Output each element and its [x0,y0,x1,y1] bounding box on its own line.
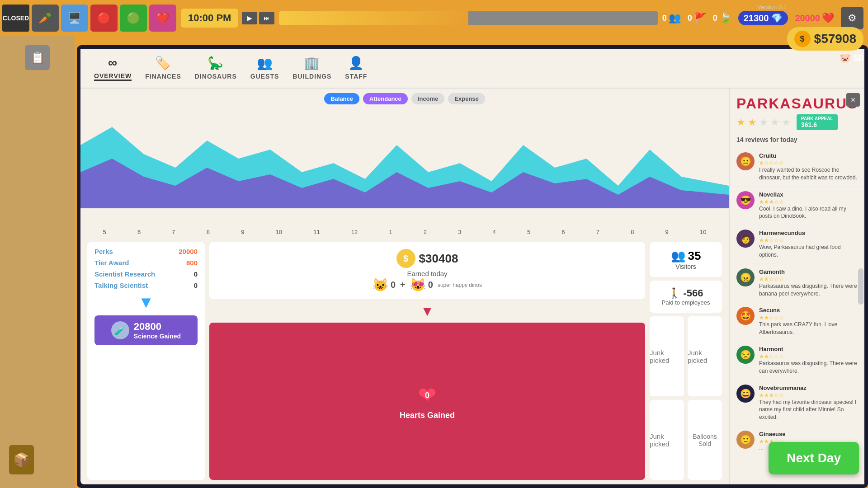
earned-amount: $ $30408 [396,249,458,268]
sidebar-btn-1[interactable]: 📋 [25,45,50,70]
avatar: 😎 [736,191,755,209]
review-text: Parkasaurus was disgusting. There were c… [759,360,858,375]
tab-buildings[interactable]: 🏢 BUILDINGS [292,56,331,81]
tab-staff[interactable]: 👤 STAFF [345,56,367,81]
left-sidebar: 📋 [0,36,75,488]
flag-icon: 🚩 [694,12,706,24]
content-area: Balance Attendance Income Expense [80,89,864,484]
progress-bar-container [279,11,657,25]
dinos-row: 😺 0 + 😻 0 super happy dinos [373,277,482,292]
avatar: 🤩 [736,307,755,325]
filter-balance[interactable]: Balance [324,93,359,104]
chart-filters: Balance Attendance Income Expense [80,89,729,109]
left-panel: Balance Attendance Income Expense [80,89,729,484]
filter-attendance[interactable]: Attendance [363,93,408,104]
toolbar-icon-monitor[interactable]: 🖥️ [61,5,88,32]
junk-card-3: Junk picked [650,400,684,480]
toolbar-icon-red[interactable]: 🔴 [90,5,118,32]
stats-section: Perks 20000 Tier Award 800 Scientist Res… [80,238,729,484]
middle-stats: $ $30408 Earned today 😺 0 + [205,242,650,480]
money-display: $ $57908 🐷 $0 [787,27,863,63]
settings-button[interactable]: ⚙ [841,7,863,29]
star-3: ★ [759,117,768,128]
play-controls: ▶ ⏭ [242,12,274,24]
stars-row: ★ ★ ★ ★ ★ PARK APPEAL 361.6 [730,114,864,134]
top-bar: CLOSED 🥕 🖥️ 🔴 🟢 ❤️ 10:00 PM ▶ ⏭ 0 👥 0 🚩 … [0,0,868,36]
review-item: 🤩 Secuns ★★☆☆☆ This park was CRAZY fun. … [730,302,864,341]
people-counter: 0 👥 [662,12,681,24]
play-button[interactable]: ▶ [242,12,257,24]
filter-income[interactable]: Income [411,93,445,104]
filter-expense[interactable]: Expense [448,93,485,104]
leaves-counter: 0 🍃 [713,12,731,24]
review-text: Parkasaurus was disgusting. There were b… [759,282,858,298]
reviewer-name: Novebrummanaz [759,385,858,391]
junk-card-1: Junk picked [650,316,684,396]
right-panel: × PARKASAURUS ★ ★ ★ ★ ★ PARK APPEAL 361.… [729,89,864,484]
reviews-list[interactable]: 😐 Cruitu ★☆☆☆☆ I really wanted to see Ro… [730,148,864,484]
visitors-card: 👥 35 Visitors [650,242,722,277]
bottom-left-icon[interactable]: 📦 [9,445,34,474]
review-item: 😎 Noveilax ★★★☆☆ Cool, I saw a dino. I a… [730,187,864,225]
avatar: 😠 [736,268,755,286]
scroll-indicator[interactable] [858,268,863,305]
guests-icon: 👥 [257,56,273,70]
dollar-icon: $ [396,249,415,268]
tab-dinosaurs[interactable]: 🦕 DINOSAURS [195,56,237,81]
star-1: ★ [736,117,745,128]
review-stars: ★★★☆☆ [759,199,858,205]
pink-money: 🐷 $0 [840,52,863,63]
reviewer-name: Noveilax [759,191,858,198]
avatar: 😄 [736,385,755,403]
reviewer-name: Ginaeuse [759,431,858,437]
visitors-count: 👥 35 [656,249,715,263]
next-day-button[interactable]: Next Day [769,442,859,474]
perk-row-perks: Perks 20000 [94,248,198,255]
junk-card-2: Junk picked [688,316,722,396]
review-item: 😐 Cruitu ★☆☆☆☆ I really wanted to see Ro… [730,148,864,187]
leaf-icon: 🍃 [719,12,731,24]
employees-card: 🚶 -566 Paid to employees [650,281,722,313]
tab-guests[interactable]: 👥 GUESTS [250,56,279,81]
flags-counter: 0 🚩 [688,12,706,24]
reviewer-name: Secuns [759,307,858,314]
avatar: 🧑 [736,230,755,248]
top-counters: 0 👥 0 🚩 0 🍃 21300 💎 20000 ❤️ ⚙ [662,7,863,29]
toolbar-icon-basket[interactable]: 🥕 [32,5,59,32]
diamond-icon: 💎 [771,13,783,23]
people-icon: 👥 [669,12,681,24]
review-stars: ★★☆☆☆ [759,353,858,360]
star-2: ★ [748,117,757,128]
review-text: Wow, Parkasaurus had great food options. [759,244,858,259]
review-item: 🧑 Harmenecundus ★★☆☆☆ Wow, Parkasaurus h… [730,225,864,264]
buildings-icon: 🏢 [304,56,320,70]
diamonds-counter: 21300 💎 [738,11,788,25]
arrow-down-red: ▼ [209,304,645,319]
close-button[interactable]: × [846,93,860,107]
chart-svg [80,109,729,226]
tab-finances[interactable]: 🏷️ FINANCES [145,56,181,81]
toolbar-icons: 🥕 🖥️ 🔴 🟢 ❤️ [32,5,176,32]
chart-area [80,109,729,226]
toolbar-icon-heart[interactable]: ❤️ [149,5,176,32]
toolbar-icon-green[interactable]: 🟢 [120,5,147,32]
main-modal: ∞ OVERVIEW 🏷️ FINANCES 🦕 DINOSAURS 👥 GUE… [77,45,868,488]
junk-grid: Junk picked Junk picked Junk picked Ball… [650,316,722,480]
review-text: They had my favorite dinosaur species! I… [759,399,858,421]
avatar: 😒 [736,346,755,364]
overview-icon: ∞ [108,56,118,70]
perk-row-talking: Talking Scientist 0 [94,282,198,289]
review-item: 😄 Novebrummanaz ★★★☆☆ They had my favori… [730,380,864,426]
closed-badge: CLOSED [2,5,29,32]
review-text: This park was CRAZY fun. I love Albertos… [759,321,858,336]
review-item: 😠 Gamonth ★★☆☆☆ Parkasaurus was disgusti… [730,264,864,303]
fast-forward-button[interactable]: ⏭ [259,12,274,24]
gold-money: $ $57908 [787,27,863,51]
reviewer-name: Harmont [759,346,858,352]
finances-icon: 🏷️ [155,56,171,70]
review-stars: ★★☆☆☆ [759,314,858,321]
hearts-gained-card: ❤ 0 Hearts Gained [209,323,645,480]
avatar: 😐 [736,152,755,170]
tab-overview[interactable]: ∞ OVERVIEW [94,56,132,81]
reviewer-name: Gamonth [759,268,858,275]
